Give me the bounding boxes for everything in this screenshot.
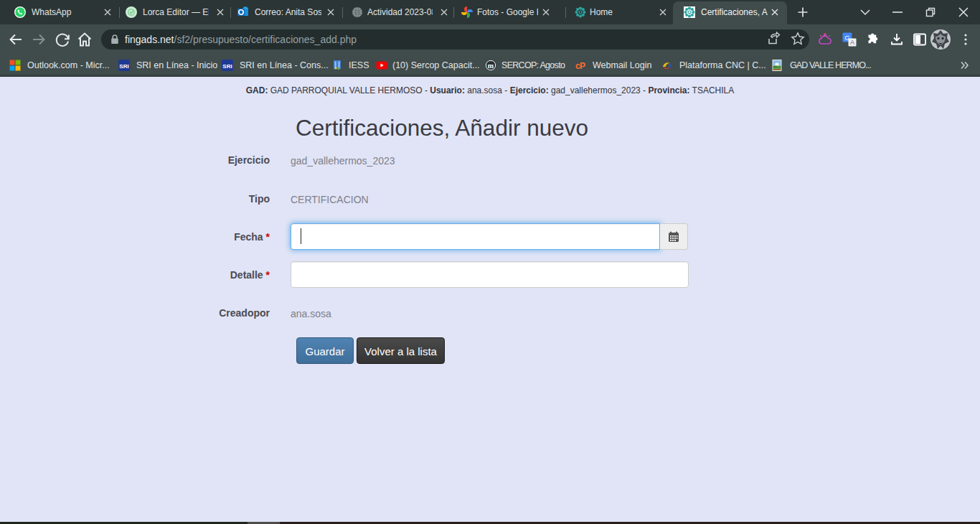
svg-text:A: A: [850, 39, 854, 46]
svg-text:m: m: [488, 62, 494, 70]
svg-text:SRI: SRI: [119, 63, 128, 70]
svg-text:P: P: [580, 61, 585, 71]
svg-text:SRI: SRI: [222, 63, 232, 70]
